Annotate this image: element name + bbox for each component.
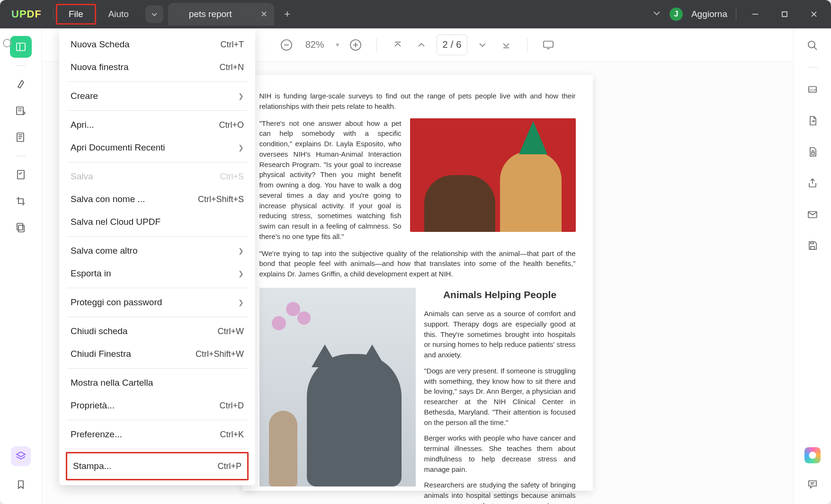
first-page-button[interactable] (389, 36, 406, 53)
menu-separator (67, 162, 248, 162)
menu-item-shortcut: Ctrl+Shift+S (198, 195, 244, 204)
tool-panel-icon[interactable] (10, 36, 32, 58)
menu-item[interactable]: Mostra nella Cartella (59, 371, 255, 394)
menu-item-label: Apri Documenti Recenti (71, 142, 165, 153)
sidebar-left (0, 28, 42, 504)
menu-item-label: Chiudi Finestra (71, 349, 131, 359)
next-page-button[interactable] (474, 36, 491, 53)
close-button[interactable] (804, 6, 824, 23)
protect-file-icon[interactable] (803, 142, 822, 161)
upgrade-button[interactable]: Aggiorna (691, 9, 727, 19)
menu-item-shortcut: Ctrl+Shift+W (196, 349, 244, 359)
toolbar-separator (527, 38, 527, 52)
minimize-button[interactable] (745, 6, 766, 23)
prev-page-button[interactable] (413, 36, 430, 53)
menu-item[interactable]: Salva nel Cloud UPDF (59, 211, 255, 233)
menu-item[interactable]: Apri Documenti Recenti❯ (59, 136, 255, 159)
zoom-in-button[interactable] (347, 36, 364, 53)
menu-item-shortcut: Ctrl+P (217, 461, 241, 471)
svg-point-26 (808, 41, 815, 48)
search-icon[interactable] (803, 36, 822, 55)
chevron-right-icon: ❯ (238, 270, 244, 277)
tab-list-button[interactable] (145, 5, 163, 23)
tool-copy-icon[interactable] (10, 217, 32, 239)
menu-item[interactable]: Nuova finestraCtrl+N (59, 56, 255, 79)
menu-item-shortcut: Ctrl+D (219, 401, 244, 411)
chevron-right-icon: ❯ (238, 92, 244, 100)
edge-handle-icon[interactable] (3, 39, 11, 47)
tab-active[interactable]: pets report ✕ (168, 3, 274, 26)
page-total: 6 (456, 39, 461, 50)
bookmark-icon[interactable] (10, 474, 32, 495)
svg-rect-14 (18, 225, 24, 232)
avatar[interactable]: J (670, 8, 683, 21)
save-disk-icon[interactable] (803, 236, 822, 255)
menu-item-label: Stampa... (73, 461, 111, 471)
svg-rect-15 (17, 223, 23, 230)
mail-icon[interactable] (803, 205, 822, 224)
sidebar-right: OCR (793, 28, 831, 504)
svg-rect-4 (17, 43, 25, 51)
export-file-icon[interactable] (803, 111, 822, 130)
svg-text:OCR: OCR (808, 88, 817, 92)
doc-paragraph: "We're trying to tap into the subjective… (259, 248, 576, 279)
chevron-right-icon: ❯ (238, 299, 244, 306)
tool-crop-icon[interactable] (10, 190, 32, 212)
menu-item-label: Apri... (71, 120, 94, 130)
doc-paragraph: Animals can serve as a source of comfort… (424, 309, 576, 360)
tool-form-icon[interactable] (10, 164, 32, 186)
present-icon[interactable] (540, 36, 557, 53)
page-input[interactable]: 2 / 6 (437, 35, 468, 55)
menu-help[interactable]: Aiuto (97, 4, 140, 25)
tool-page-icon[interactable] (10, 126, 32, 148)
maximize-button[interactable] (774, 6, 795, 23)
menu-item[interactable]: Chiudi FinestraCtrl+Shift+W (59, 343, 255, 365)
menu-item-shortcut: Ctrl+K (220, 430, 244, 440)
menu-separator (67, 368, 248, 369)
tab-close-icon[interactable]: ✕ (260, 9, 268, 19)
tool-highlight-icon[interactable] (10, 73, 32, 95)
menu-item[interactable]: Proprietà...Ctrl+D (59, 394, 255, 417)
new-tab-button[interactable]: + (280, 7, 295, 22)
menu-item-label: Chiudi scheda (71, 326, 127, 336)
tool-edit-text-icon[interactable] (10, 100, 32, 122)
menu-item-label: Nuova Scheda (71, 39, 130, 50)
menu-item[interactable]: Apri...Ctrl+O (59, 114, 255, 136)
menu-item-label: Salva con nome ... (71, 194, 145, 204)
menu-item[interactable]: Salva con nome ...Ctrl+Shift+S (59, 188, 255, 211)
menu-item-label: Salva nel Cloud UPDF (71, 217, 161, 227)
menu-item-shortcut: Ctrl+O (219, 120, 244, 130)
menu-separator (67, 236, 248, 237)
menu-item: SalvaCtrl+S (59, 165, 255, 188)
menu-item-label: Creare (71, 91, 98, 101)
sidebar-right-bottom (803, 447, 822, 504)
menu-item[interactable]: Creare❯ (59, 85, 255, 107)
chevron-right-icon: ❯ (238, 144, 244, 151)
menu-separator (67, 420, 248, 420)
share-icon[interactable] (803, 174, 822, 193)
menu-file[interactable]: File (56, 4, 96, 25)
last-page-button[interactable] (498, 36, 515, 53)
menu-item[interactable]: Esporta in❯ (59, 262, 255, 285)
titlebar-chevron-icon[interactable] (652, 9, 661, 20)
menu-item[interactable]: Preferenze...Ctrl+K (59, 423, 255, 446)
updf-color-logo-icon[interactable] (804, 447, 821, 463)
svg-rect-34 (811, 242, 813, 244)
titlebar-right: J Aggiorna (652, 6, 831, 23)
zoom-out-button[interactable] (278, 36, 295, 53)
menu-item-label: Proprietà... (71, 400, 115, 411)
menu-item[interactable]: Nuova SchedaCtrl+T (59, 33, 255, 56)
ocr-icon[interactable]: OCR (803, 80, 822, 99)
menu-item[interactable]: Salva come altro❯ (59, 239, 255, 262)
menu-item-shortcut: Ctrl+W (218, 327, 244, 336)
menu-item[interactable]: Chiudi schedaCtrl+W (59, 320, 255, 343)
menu-item-shortcut: Ctrl+S (220, 172, 244, 182)
layers-icon[interactable] (11, 446, 31, 466)
sidebar-separator (16, 65, 26, 66)
sidebar-separator (16, 156, 26, 156)
zoom-dropdown-icon[interactable]: ▼ (335, 42, 340, 48)
comment-icon[interactable] (803, 475, 822, 494)
toolbar-separator (376, 38, 377, 52)
menu-item[interactable]: Proteggi con password❯ (59, 291, 255, 314)
menu-item[interactable]: Stampa...Ctrl+P (66, 452, 249, 480)
